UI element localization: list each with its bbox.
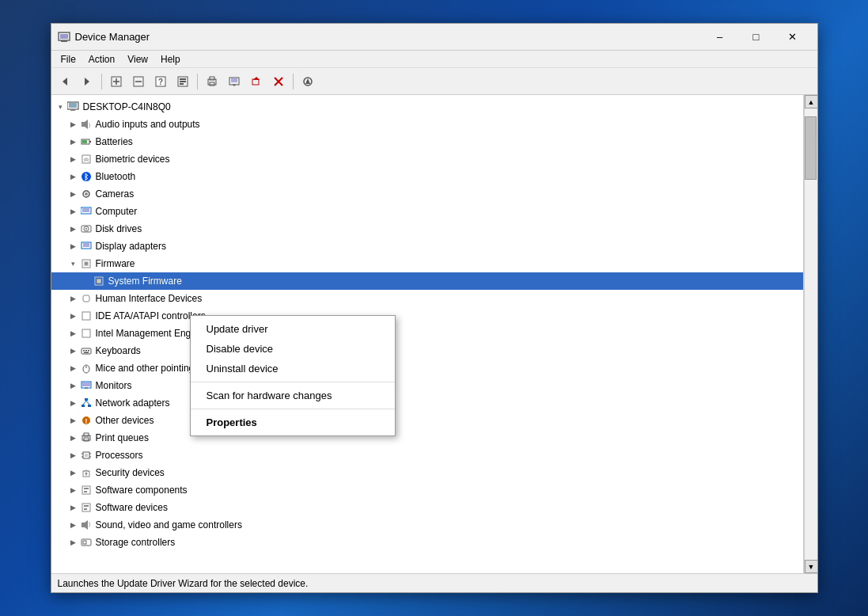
disk-expander[interactable]: ▶ xyxy=(67,222,80,235)
svg-line-73 xyxy=(86,401,89,405)
keyboards-expander[interactable]: ▶ xyxy=(67,344,80,357)
softdev-expander[interactable]: ▶ xyxy=(67,501,80,514)
maximize-button[interactable]: □ xyxy=(738,24,775,51)
sound-expander[interactable]: ▶ xyxy=(67,519,80,531)
batteries-expander[interactable]: ▶ xyxy=(67,135,80,148)
tree-item-keyboards[interactable]: ▶ Keyboards xyxy=(51,342,803,359)
title-controls: – □ ✕ xyxy=(702,24,811,51)
toolbar-forward[interactable] xyxy=(77,71,97,92)
monitors-expander[interactable]: ▶ xyxy=(67,379,80,392)
scrollbar[interactable]: ▲ ▼ xyxy=(804,95,817,573)
tree-item-computer[interactable]: ▶ Computer xyxy=(51,203,803,220)
tree-item-disk[interactable]: ▶ Disk drives xyxy=(51,220,803,238)
tree-item-system-firmware[interactable]: System Firmware xyxy=(51,272,803,290)
ctx-update-driver[interactable]: Update driver xyxy=(191,319,395,339)
tree-item-mice[interactable]: ▶ Mice and other pointing devices xyxy=(51,359,803,377)
svg-marker-3 xyxy=(63,78,67,86)
context-menu: Update driver Disable device Uninstall d… xyxy=(190,315,396,436)
toolbar-display[interactable] xyxy=(224,71,244,92)
toolbar-devprops[interactable] xyxy=(172,71,193,92)
scroll-up-button[interactable]: ▲ xyxy=(805,95,817,108)
tree-item-bluetooth[interactable]: ▶ ᛒ Bluetooth xyxy=(51,168,803,185)
security-expander[interactable]: ▶ xyxy=(67,466,80,479)
display-expander[interactable]: ▶ xyxy=(67,240,80,253)
tree-item-cameras[interactable]: ▶ Cameras xyxy=(51,185,803,203)
tree-item-storage[interactable]: ▶ Storage controllers xyxy=(51,534,803,551)
firmware-expander[interactable]: ▾ xyxy=(67,257,80,270)
ctx-scan-hardware[interactable]: Scan for hardware changes xyxy=(191,386,395,405)
tree-item-softcomp[interactable]: ▶ Software components xyxy=(51,481,803,499)
tree-item-print[interactable]: ▶ Print queues xyxy=(51,429,803,447)
tree-panel[interactable]: ▾ DESKTOP-C4IN8Q0 ▶ ) xyxy=(51,95,804,573)
menu-file[interactable]: File xyxy=(55,52,82,67)
softdev-icon xyxy=(80,501,93,514)
toolbar-update[interactable] xyxy=(246,71,267,92)
toolbar-remove[interactable] xyxy=(268,71,289,92)
ctx-properties[interactable]: Properties xyxy=(191,413,395,432)
tree-item-sound[interactable]: ▶ ) Sound, video and game controllers xyxy=(51,516,803,534)
tree-item-softdev[interactable]: ▶ Software devices xyxy=(51,499,803,516)
hid-label: Human Interface Devices xyxy=(96,293,203,304)
softdev-label: Software devices xyxy=(96,502,168,513)
tree-item-biometric[interactable]: ▶ Biometric devices xyxy=(51,150,803,168)
tree-item-other[interactable]: ▶ ! Other devices xyxy=(51,412,803,429)
toolbar-expand[interactable] xyxy=(106,71,127,92)
tree-item-intel[interactable]: ▶ Intel Management Engine xyxy=(51,325,803,342)
svg-rect-23 xyxy=(252,79,259,85)
tree-root[interactable]: ▾ DESKTOP-C4IN8Q0 xyxy=(51,98,803,116)
menu-action[interactable]: Action xyxy=(82,52,121,67)
toolbar-scan[interactable] xyxy=(298,71,318,92)
svg-marker-28 xyxy=(305,78,310,84)
storage-expander[interactable]: ▶ xyxy=(67,536,80,549)
tree-item-firmware[interactable]: ▾ Firmware xyxy=(51,255,803,272)
menu-view[interactable]: View xyxy=(121,52,154,67)
svg-marker-33 xyxy=(85,120,88,129)
tree-item-batteries[interactable]: ▶ Batteries xyxy=(51,133,803,150)
biometric-expander[interactable]: ▶ xyxy=(67,153,80,165)
tree-item-security[interactable]: ▶ Security devices xyxy=(51,464,803,481)
ctx-uninstall-device[interactable]: Uninstall device xyxy=(191,359,395,378)
tree-item-monitors[interactable]: ▶ Monitors xyxy=(51,377,803,394)
ide-expander[interactable]: ▶ xyxy=(67,310,80,322)
menu-help[interactable]: Help xyxy=(154,52,187,67)
computer-expander[interactable]: ▶ xyxy=(67,205,80,218)
close-button[interactable]: ✕ xyxy=(775,24,811,51)
toolbar-help[interactable]: ? xyxy=(150,71,171,92)
bluetooth-expander[interactable]: ▶ xyxy=(67,170,80,183)
scroll-down-button[interactable]: ▼ xyxy=(805,560,817,573)
tree-item-ide[interactable]: ▶ IDE ATA/ATAPI controllers xyxy=(51,307,803,325)
intel-expander[interactable]: ▶ xyxy=(67,327,80,340)
svg-rect-63 xyxy=(84,352,89,354)
ctx-disable-device[interactable]: Disable device xyxy=(191,339,395,359)
print-expander[interactable]: ▶ xyxy=(67,432,80,444)
ctx-sep-2 xyxy=(191,409,395,409)
hid-expander[interactable]: ▶ xyxy=(67,292,80,305)
svg-rect-56 xyxy=(83,295,89,302)
toolbar-collapse[interactable] xyxy=(128,71,149,92)
processors-expander[interactable]: ▶ xyxy=(67,449,80,462)
display-icon xyxy=(80,240,93,253)
network-expander[interactable]: ▶ xyxy=(67,397,80,409)
svg-point-55 xyxy=(97,279,100,283)
toolbar-back[interactable] xyxy=(55,71,75,92)
softcomp-expander[interactable]: ▶ xyxy=(67,484,80,496)
tree-item-processors[interactable]: ▶ Processors xyxy=(51,447,803,464)
scroll-thumb[interactable] xyxy=(805,116,817,180)
monitors-label: Monitors xyxy=(96,380,132,391)
tree-item-audio[interactable]: ▶ ) Audio inputs and outputs xyxy=(51,116,803,133)
cameras-expander[interactable]: ▶ xyxy=(67,188,80,200)
minimize-button[interactable]: – xyxy=(702,24,738,51)
svg-rect-69 xyxy=(85,398,88,401)
other-expander[interactable]: ▶ xyxy=(67,414,80,427)
mice-expander[interactable]: ▶ xyxy=(67,362,80,375)
svg-rect-30 xyxy=(69,103,77,108)
softcomp-icon xyxy=(80,484,93,496)
tree-item-display[interactable]: ▶ Display adapters xyxy=(51,238,803,255)
toolbar-print[interactable] xyxy=(202,71,222,92)
tree-item-hid[interactable]: ▶ Human Interface Devices xyxy=(51,290,803,307)
scroll-track[interactable] xyxy=(805,108,817,560)
audio-expander[interactable]: ▶ xyxy=(67,118,80,131)
sys-firmware-expander[interactable] xyxy=(80,275,93,287)
root-expander[interactable]: ▾ xyxy=(55,101,67,113)
tree-item-network[interactable]: ▶ Network adapters xyxy=(51,394,803,412)
